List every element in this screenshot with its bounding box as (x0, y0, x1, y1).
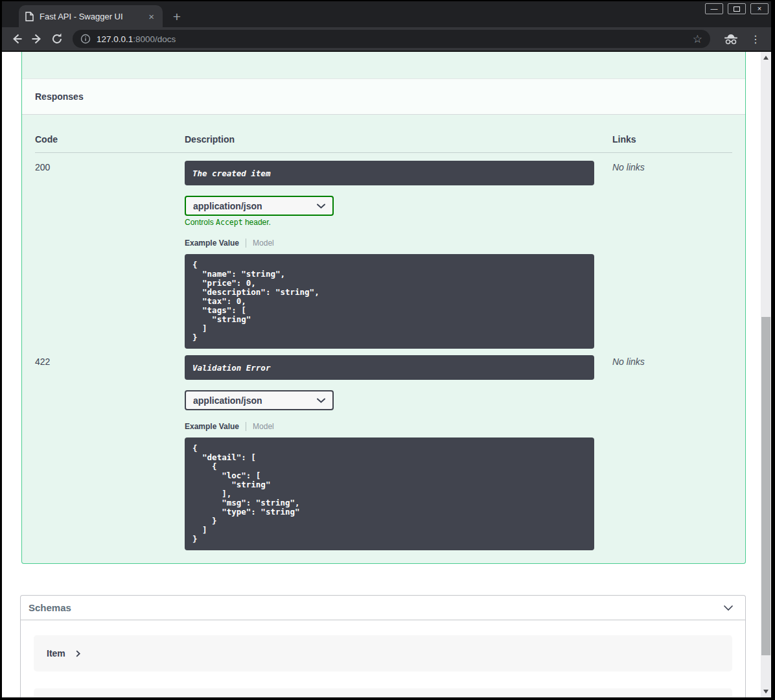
chevron-down-icon (317, 398, 325, 403)
incognito-icon (723, 34, 739, 45)
response-links: No links (612, 161, 732, 349)
scrollbar-up-icon[interactable] (761, 53, 771, 62)
model-validationerror[interactable]: ValidationError (34, 688, 732, 697)
tab-divider (246, 422, 246, 431)
reload-icon[interactable] (49, 30, 65, 47)
tab-example-value[interactable]: Example Value (185, 422, 239, 431)
example-model-tabs: Example Value Model (185, 422, 612, 431)
opblock-top-padding (22, 52, 745, 78)
url-text: 127.0.0.1:8000/docs (97, 34, 693, 44)
document-icon (25, 12, 34, 21)
schemas-header[interactable]: Schemas (21, 596, 745, 620)
response-description-cell: Validation Error application/json Exampl… (185, 355, 612, 550)
scrollbar-down-icon[interactable] (761, 687, 771, 696)
schemas-title: Schemas (29, 602, 71, 613)
window-controls: — × (705, 3, 769, 14)
new-tab-icon[interactable]: + (169, 10, 185, 23)
tab-title: Fast API - Swagger UI (40, 12, 146, 21)
example-json-block: { "detail": [ { "loc": [ "string" ], "ms… (185, 438, 594, 550)
swagger-page: Responses Code Description Links 200 The… (2, 52, 771, 697)
chevron-down-icon[interactable] (723, 605, 734, 611)
bookmark-star-icon[interactable]: ☆ (693, 32, 702, 46)
example-json-block: { "name": "string", "price": 0, "descrip… (185, 254, 594, 349)
example-json-code: { "detail": [ { "loc": [ "string" ], "ms… (192, 444, 586, 544)
forward-icon[interactable] (29, 30, 45, 47)
response-description-box: The created item (185, 161, 594, 185)
url-path: :8000/docs (133, 34, 176, 44)
browser-toolbar: 127.0.0.1:8000/docs ☆ ⋮ (2, 27, 771, 52)
responses-table: Code Description Links 200 The created i… (22, 115, 745, 563)
response-row-200: 200 The created item application/json Co… (35, 153, 732, 349)
tab-model[interactable]: Model (253, 239, 274, 248)
response-links: No links (612, 355, 732, 550)
scrollbar-thumb[interactable] (761, 317, 770, 655)
browser-tab[interactable]: Fast API - Swagger UI × (19, 5, 163, 27)
address-bar[interactable]: 127.0.0.1:8000/docs ☆ (73, 30, 710, 48)
example-model-tabs: Example Value Model (185, 239, 612, 248)
opblock-responses: Responses Code Description Links 200 The… (21, 52, 746, 564)
responses-section-header: Responses (22, 78, 745, 115)
model-item[interactable]: Item (34, 635, 732, 671)
schemas-section: Schemas Item ValidationError (20, 595, 746, 697)
col-header-description: Description (185, 134, 612, 145)
response-description-box: Validation Error (185, 355, 594, 380)
page-scrollbar[interactable] (761, 52, 771, 697)
tab-divider (246, 239, 246, 248)
media-type-select[interactable]: application/json (185, 390, 334, 410)
response-code: 200 (35, 161, 185, 349)
maximize-icon (734, 6, 740, 12)
response-row-422: 422 Validation Error application/json Ex… (35, 355, 732, 550)
responses-title: Responses (35, 91, 84, 102)
browser-window: Fast API - Swagger UI × + — × 127.0.0.1:… (2, 1, 771, 697)
response-code: 422 (35, 355, 185, 550)
minimize-button[interactable]: — (705, 3, 723, 14)
tab-model[interactable]: Model (253, 422, 274, 431)
chevron-down-icon (317, 204, 325, 209)
back-icon[interactable] (8, 30, 25, 47)
responses-table-head: Code Description Links (35, 128, 732, 153)
maximize-button[interactable] (728, 3, 746, 14)
col-header-links: Links (612, 134, 732, 145)
col-header-code: Code (35, 134, 185, 145)
media-type-select[interactable]: application/json (185, 196, 334, 216)
info-icon[interactable] (80, 34, 91, 44)
tab-strip: Fast API - Swagger UI × + — × (2, 1, 771, 27)
url-host: 127.0.0.1 (97, 34, 133, 44)
schemas-body: Item ValidationError (21, 620, 745, 697)
tab-close-icon[interactable]: × (146, 12, 156, 21)
kebab-menu-icon[interactable]: ⋮ (746, 33, 765, 45)
example-json-code: { "name": "string", "price": 0, "descrip… (192, 261, 586, 342)
accept-header-message: Controls Accept header. (185, 218, 612, 227)
response-description-cell: The created item application/json Contro… (185, 161, 612, 349)
tab-example-value[interactable]: Example Value (185, 239, 239, 248)
chevron-right-icon (76, 650, 80, 657)
close-button[interactable]: × (750, 3, 769, 14)
